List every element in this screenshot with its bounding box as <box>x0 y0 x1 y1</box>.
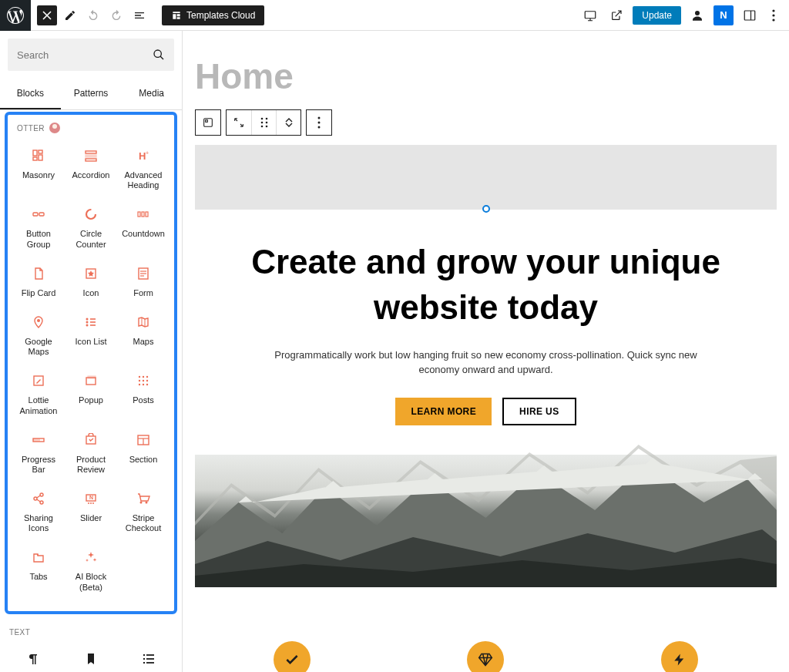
list-icon <box>82 314 99 331</box>
slider-icon <box>82 490 99 507</box>
preview-external-button[interactable] <box>606 5 626 25</box>
hero-paragraph[interactable]: Programmatically work but low hanging fr… <box>270 348 702 378</box>
circle-icon <box>82 206 99 223</box>
close-inserter-button[interactable] <box>37 5 57 25</box>
block-maps[interactable]: Maps <box>117 306 170 365</box>
svg-point-3 <box>772 9 774 12</box>
block-label: Advanced Heading <box>120 170 166 190</box>
feature-bolt-icon[interactable] <box>661 641 698 672</box>
search-input[interactable] <box>17 49 153 61</box>
learn-more-button[interactable]: LEARN MORE <box>395 398 492 425</box>
undo-button[interactable] <box>83 5 103 25</box>
block-icon-list[interactable]: Icon List <box>65 306 117 365</box>
feature-diamond-icon[interactable] <box>467 641 504 672</box>
block-label: Form <box>133 288 153 298</box>
settings-sidebar-button[interactable] <box>740 5 760 25</box>
templates-cloud-label: Templates Cloud <box>186 10 255 21</box>
svg-rect-2 <box>744 11 755 20</box>
hero-section-block[interactable]: Create and grow your unique website toda… <box>195 145 777 587</box>
block-countdown[interactable]: Countdown <box>117 198 170 257</box>
block-label: Lottie Animation <box>15 395 62 415</box>
hero-background-image <box>195 425 777 587</box>
block-label: Slider <box>80 513 102 523</box>
hero-heading[interactable]: Create and grow your unique website toda… <box>218 239 754 331</box>
doc-icon <box>30 265 47 282</box>
block-tabs[interactable]: Tabs <box>12 541 65 600</box>
search-icon <box>153 49 165 61</box>
block-paragraph[interactable]: Paragraph <box>5 643 62 672</box>
block-sharing-icons[interactable]: Sharing Icons <box>12 482 65 541</box>
svg-rect-0 <box>586 11 596 18</box>
block-flip-card[interactable]: Flip Card <box>12 257 65 306</box>
block-label: Google Maps <box>15 337 62 357</box>
block-label: Posts <box>133 395 154 405</box>
search-blocks-input[interactable] <box>8 39 174 71</box>
view-desktop-button[interactable] <box>580 5 600 25</box>
svg-point-15 <box>318 117 321 119</box>
block-accordion[interactable]: Accordion <box>65 139 117 198</box>
block-label: Popup <box>79 395 103 405</box>
block-type-button[interactable] <box>196 110 220 135</box>
feature-check-icon[interactable] <box>274 641 311 672</box>
block-label: Button Group <box>15 229 62 249</box>
block-lottie-animation[interactable]: Lottie Animation <box>12 365 65 423</box>
share-icon <box>30 490 47 507</box>
block-popup[interactable]: Popup <box>65 365 117 423</box>
document-outline-button[interactable] <box>129 5 149 25</box>
redo-button[interactable] <box>106 5 126 25</box>
form-icon <box>135 265 152 282</box>
page-title[interactable]: Home <box>183 31 789 109</box>
pilcrow-icon <box>25 650 42 667</box>
more-options-button[interactable] <box>766 5 781 25</box>
block-toolbar <box>183 109 789 145</box>
templates-cloud-button[interactable]: Templates Cloud <box>162 5 264 25</box>
block-progress-bar[interactable]: Progress Bar <box>12 424 65 482</box>
block-slider[interactable]: Slider <box>65 482 117 541</box>
tabs-icon <box>30 549 47 566</box>
buttons-icon <box>30 206 47 223</box>
block-label: Icon <box>83 288 99 298</box>
otter-category-label: OTTER <box>8 115 174 139</box>
block-label: Product Review <box>68 455 114 475</box>
resize-handle[interactable] <box>482 205 490 213</box>
neve-badge-icon[interactable]: N <box>713 5 734 25</box>
edit-tool-button[interactable] <box>60 5 80 25</box>
block-posts[interactable]: Posts <box>117 365 170 423</box>
block-label: Maps <box>133 337 154 347</box>
cart-icon <box>82 432 99 449</box>
block-list[interactable]: List <box>119 643 177 672</box>
editor-canvas[interactable]: Home <box>183 31 789 672</box>
block-form[interactable]: Form <box>117 257 170 306</box>
pen-icon <box>30 372 47 389</box>
align-full-button[interactable] <box>227 110 251 135</box>
heading-icon <box>135 147 152 164</box>
block-label: Accordion <box>72 170 110 180</box>
listul-icon <box>140 650 157 667</box>
user-account-icon[interactable] <box>687 5 707 25</box>
block-advanced-heading[interactable]: Advanced Heading <box>117 139 170 198</box>
block-circle-counter[interactable]: Circle Counter <box>65 198 117 257</box>
block-masonry[interactable]: Masonry <box>12 139 65 198</box>
block-icon[interactable]: Icon <box>65 257 117 306</box>
block-product-review[interactable]: Product Review <box>65 424 117 482</box>
tab-patterns[interactable]: Patterns <box>61 79 122 109</box>
block-stripe-checkout[interactable]: Stripe Checkout <box>117 482 170 541</box>
section-icon <box>135 432 152 449</box>
block-label: Tabs <box>29 572 47 582</box>
drag-handle-button[interactable] <box>251 110 276 135</box>
map-icon <box>135 314 152 331</box>
block-more-button[interactable] <box>307 110 331 135</box>
hire-us-button[interactable]: HIRE US <box>502 398 576 425</box>
wordpress-logo[interactable] <box>0 0 31 31</box>
move-arrows-button[interactable] <box>276 110 300 135</box>
block-ai-block-beta-[interactable]: AI Block (Beta) <box>65 541 117 600</box>
block-heading[interactable]: Heading <box>62 643 120 672</box>
update-button[interactable]: Update <box>633 6 681 25</box>
block-google-maps[interactable]: Google Maps <box>12 306 65 365</box>
svg-point-12 <box>265 122 267 124</box>
tab-media[interactable]: Media <box>121 79 182 109</box>
otter-blocks-section: OTTER MasonryAccordionAdvanced HeadingBu… <box>5 112 177 614</box>
tab-blocks[interactable]: Blocks <box>0 79 61 109</box>
block-section[interactable]: Section <box>117 424 170 482</box>
block-button-group[interactable]: Button Group <box>12 198 65 257</box>
